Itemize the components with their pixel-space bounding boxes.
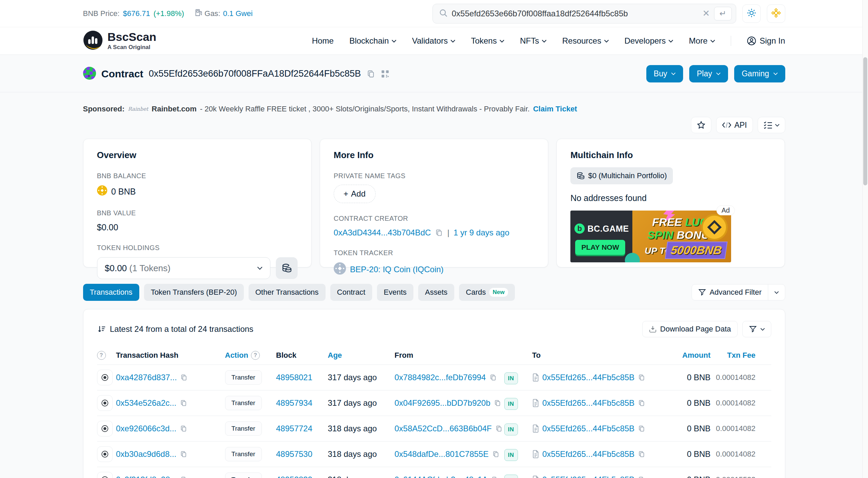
block-link[interactable]: 48958021 xyxy=(276,373,313,382)
scrollbar-thumb[interactable] xyxy=(863,57,867,185)
buy-button[interactable]: Buy xyxy=(646,65,683,82)
tab-other-transactions[interactable]: Other Transactions xyxy=(249,284,326,301)
from-address-link[interactable]: 0x7884982c...feDb76994 xyxy=(395,373,486,382)
col-age[interactable]: Age xyxy=(328,351,342,360)
multichain-portfolio-button[interactable]: $0 (Multichain Portfolio) xyxy=(570,167,673,184)
copy-to-icon[interactable] xyxy=(638,374,645,381)
gas-value-link[interactable]: 0.1 Gwei xyxy=(223,9,253,18)
advanced-filter-button[interactable]: Advanced Filter xyxy=(692,284,785,300)
copy-hash-icon[interactable] xyxy=(180,450,187,458)
qr-code-icon[interactable] xyxy=(381,70,390,78)
to-address-link[interactable]: 0x55Efd265...44Fb5c85B xyxy=(542,398,635,408)
block-link[interactable]: 48957724 xyxy=(276,424,313,433)
play-button[interactable]: Play xyxy=(689,65,728,82)
from-address-link[interactable]: 0x548dafDe...801C7855E xyxy=(395,449,489,459)
action-badge[interactable]: Transfer xyxy=(225,447,262,461)
nav-item-more[interactable]: More xyxy=(689,36,715,46)
signin-button[interactable]: Sign In xyxy=(747,36,785,46)
nav-item-validators[interactable]: Validators xyxy=(412,36,455,46)
nav-item-blockchain[interactable]: Blockchain xyxy=(349,36,396,46)
tx-preview-button[interactable] xyxy=(97,472,113,478)
tx-preview-button[interactable] xyxy=(97,446,113,462)
copy-from-icon[interactable] xyxy=(495,425,503,432)
tx-preview-button[interactable] xyxy=(97,421,113,436)
tx-hash-link[interactable]: 0x2f313fd8e28... xyxy=(116,475,177,478)
help-icon[interactable]: ? xyxy=(97,351,106,360)
copy-from-icon[interactable] xyxy=(492,450,500,458)
creation-age-link[interactable]: 1 yr 9 days ago xyxy=(454,228,509,237)
block-link[interactable]: 48952839 xyxy=(276,475,313,478)
action-badge[interactable]: Transfer xyxy=(225,370,262,385)
from-address-link[interactable]: 0x6144ACfd...b3ee48c1A xyxy=(395,475,488,478)
scrollbar[interactable] xyxy=(862,0,868,478)
action-badge[interactable]: Transfer xyxy=(225,421,262,436)
tab-cards[interactable]: Cards New xyxy=(459,284,515,301)
table-filter-button[interactable] xyxy=(742,321,771,337)
creator-address-link[interactable]: 0xA3dD4344...43b704BdC xyxy=(334,228,431,237)
tx-hash-link[interactable]: 0xb30ac9d6d8... xyxy=(116,449,176,459)
ad-banner[interactable]: b BC.GAME PLAY NOW FREE LUCKY SPIN BONUS… xyxy=(570,211,731,262)
from-address-link[interactable]: 0x04F92695...bDD7b920b xyxy=(395,398,491,408)
copy-hash-icon[interactable] xyxy=(180,425,187,432)
tx-preview-button[interactable] xyxy=(97,395,113,411)
token-tracker-link[interactable]: BEP-20: IQ Coin (IQCoin) xyxy=(350,265,444,274)
copy-to-icon[interactable] xyxy=(638,399,645,407)
block-link[interactable]: 48957934 xyxy=(276,398,313,407)
checklist-menu-button[interactable] xyxy=(758,117,785,133)
copy-address-icon[interactable] xyxy=(366,70,375,78)
copy-hash-icon[interactable] xyxy=(180,476,188,478)
copy-from-icon[interactable] xyxy=(494,399,501,407)
advanced-filter-chevron[interactable] xyxy=(768,284,785,300)
theme-toggle-button[interactable] xyxy=(742,4,761,23)
tx-preview-button[interactable] xyxy=(97,370,113,385)
token-holdings-wallet-button[interactable] xyxy=(276,257,298,279)
copy-to-icon[interactable] xyxy=(638,450,645,458)
search-input[interactable] xyxy=(452,9,698,18)
tx-hash-link[interactable]: 0x534e526a2c... xyxy=(116,398,176,408)
token-holdings-dropdown[interactable]: $0.00 (1 Tokens) xyxy=(97,257,270,279)
copy-from-icon[interactable] xyxy=(489,374,497,381)
copy-creator-icon[interactable] xyxy=(435,229,443,237)
play-now-button[interactable]: PLAY NOW xyxy=(575,240,625,255)
to-address-link[interactable]: 0x55Efd265...44Fb5c85B xyxy=(542,449,635,459)
block-link[interactable]: 48957530 xyxy=(276,449,313,459)
tab-transactions[interactable]: Transactions xyxy=(83,284,139,301)
action-badge[interactable]: Transfer xyxy=(225,473,262,478)
tab-token-transfers[interactable]: Token Transfers (BEP-20) xyxy=(144,284,244,301)
bnb-chain-button[interactable] xyxy=(767,4,785,23)
nav-item-nfts[interactable]: NFTs xyxy=(520,36,547,46)
from-address-link[interactable]: 0x58A52CcD...663B6b04F xyxy=(395,424,492,433)
to-address-link[interactable]: 0x55Efd265...44Fb5c85B xyxy=(542,424,635,433)
copy-hash-icon[interactable] xyxy=(180,374,188,381)
add-name-tag-button[interactable]: + Add xyxy=(334,185,376,203)
bscscan-logo[interactable]: BscScan A Scan Original xyxy=(83,30,157,51)
download-page-data-button[interactable]: Download Page Data xyxy=(642,321,738,337)
api-button[interactable]: API xyxy=(716,117,753,133)
to-address-link[interactable]: 0x55Efd265...44Fb5c85B xyxy=(542,373,635,382)
tab-events[interactable]: Events xyxy=(377,284,413,301)
nav-item-home[interactable]: Home xyxy=(312,36,334,46)
nav-item-tokens[interactable]: Tokens xyxy=(471,36,504,46)
tab-contract[interactable]: Contract xyxy=(330,284,372,301)
tab-assets[interactable]: Assets xyxy=(418,284,454,301)
nav-item-resources[interactable]: Resources xyxy=(562,36,609,46)
help-icon[interactable]: ? xyxy=(251,351,260,360)
search-clear-icon[interactable]: ✕ xyxy=(703,8,710,19)
tx-hash-link[interactable]: 0xe926066c3d... xyxy=(116,424,176,433)
search-enter-icon[interactable]: ↵ xyxy=(714,7,732,20)
copy-from-icon[interactable] xyxy=(491,476,499,478)
claim-ticket-link[interactable]: Claim Ticket xyxy=(533,105,577,113)
copy-to-icon[interactable] xyxy=(638,476,645,478)
tx-hash-link[interactable]: 0xa42876d837... xyxy=(116,373,177,382)
col-txn-fee[interactable]: Txn Fee xyxy=(727,351,755,360)
col-action[interactable]: Action xyxy=(225,351,248,360)
copy-hash-icon[interactable] xyxy=(180,399,187,407)
action-badge[interactable]: Transfer xyxy=(225,396,262,410)
favorite-button[interactable] xyxy=(691,117,711,133)
gaming-button[interactable]: Gaming xyxy=(734,65,785,82)
nav-item-developers[interactable]: Developers xyxy=(625,36,673,46)
bnb-price-link[interactable]: $676.71 xyxy=(123,9,150,18)
col-amount[interactable]: Amount xyxy=(682,351,710,360)
to-address-link[interactable]: 0x55Efd265...44Fb5c85B xyxy=(542,475,635,478)
copy-to-icon[interactable] xyxy=(638,425,645,432)
